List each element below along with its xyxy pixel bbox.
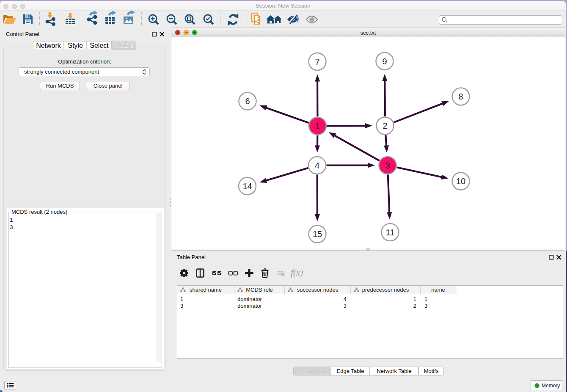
svg-text:4: 4 <box>315 161 319 170</box>
svg-text:8: 8 <box>458 92 463 101</box>
svg-text:11: 11 <box>386 228 395 237</box>
svg-text:7: 7 <box>315 57 319 66</box>
svg-text:14: 14 <box>242 182 252 191</box>
svg-text:10: 10 <box>456 177 465 186</box>
svg-text:9: 9 <box>382 57 387 66</box>
svg-text:3: 3 <box>385 161 390 170</box>
svg-text:1: 1 <box>315 121 320 131</box>
svg-text:2: 2 <box>383 121 387 130</box>
svg-text:15: 15 <box>313 229 322 239</box>
svg-text:f(x): f(x) <box>291 268 303 278</box>
svg-text:6: 6 <box>245 97 250 106</box>
